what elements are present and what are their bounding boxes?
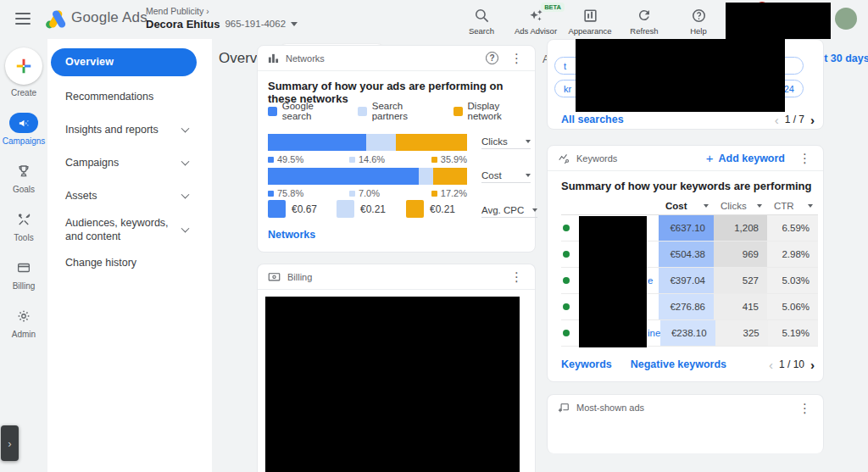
- help-icon[interactable]: ?: [486, 52, 498, 64]
- search-button[interactable]: Search: [459, 4, 504, 36]
- credit-card-icon: [9, 258, 38, 278]
- ctr-cell: 5.03%: [767, 268, 818, 293]
- chevron-down-icon: [181, 158, 190, 166]
- add-keyword-button[interactable]: +Add keyword: [706, 151, 785, 165]
- cost-stacked-bar: [268, 168, 467, 185]
- megaphone-icon: [9, 113, 38, 133]
- nav-item-campaigns[interactable]: Campaigns: [47, 149, 212, 176]
- clicks-value-labels: 49.5% 14.6% 35.9%: [268, 154, 467, 164]
- ctr-cell: 5.19%: [768, 320, 818, 346]
- help-button[interactable]: Help: [676, 4, 721, 36]
- rail-item-campaigns[interactable]: Campaigns: [0, 113, 47, 146]
- redaction-box: [726, 3, 831, 39]
- column-header-cost[interactable]: Cost: [659, 201, 714, 211]
- networks-card: Networks ? ⋮ Summary of how your ads are…: [257, 45, 536, 253]
- pagination: ‹ 1 / 7 ›: [775, 114, 815, 126]
- keywords-table: Cost Clicks CTR €637.10 1,208 6.59% €504…: [561, 197, 818, 347]
- most-shown-ads-card: Most-shown ads ⋮: [547, 394, 824, 453]
- card-title: Billing: [287, 272, 509, 282]
- nav-item-change-history[interactable]: Change history: [47, 249, 212, 276]
- banknote-icon: [268, 271, 281, 282]
- create-button[interactable]: Create: [0, 39, 47, 97]
- bar-segment-search-partners: [419, 168, 432, 185]
- rail-item-tools[interactable]: Tools: [0, 209, 47, 242]
- ads-advisor-button[interactable]: BETA Ads Advisor: [514, 4, 558, 36]
- account-id: 965-191-4062: [225, 18, 286, 30]
- page-prev-icon[interactable]: ‹: [769, 358, 773, 371]
- legend-swatch: [453, 107, 463, 116]
- clicks-cell: 1,208: [714, 215, 767, 241]
- nav-item-recommendations[interactable]: Recommendations: [47, 83, 212, 110]
- cost-cell: €276.86: [659, 294, 714, 319]
- account-switcher[interactable]: Mend Publicity› Decora Ehitus 965-191-40…: [146, 6, 298, 31]
- gear-icon: [9, 306, 38, 326]
- page-indicator: 1 / 7: [785, 114, 804, 125]
- chevron-down-icon: [532, 208, 537, 212]
- keywords-subtitle: Summary of how your keywords are perform…: [561, 180, 811, 192]
- ctr-cell: 6.59%: [767, 215, 818, 241]
- nav-item-insights-and-reports[interactable]: Insights and reports: [47, 116, 212, 143]
- more-options-icon[interactable]: ⋮: [509, 270, 525, 283]
- cost-cell: €504.38: [659, 242, 714, 267]
- nav-item-assets[interactable]: Assets: [47, 182, 212, 209]
- plus-icon: +: [706, 151, 714, 165]
- negative-keywords-link[interactable]: Negative keywords: [631, 358, 726, 370]
- search-icon: [474, 7, 490, 24]
- keywords-link[interactable]: Keywords: [561, 358, 612, 370]
- refresh-icon: [637, 7, 652, 24]
- rail-item-goals[interactable]: Goals: [0, 161, 47, 194]
- chevron-down-icon: [526, 174, 531, 177]
- column-header-ctr[interactable]: CTR: [767, 201, 818, 211]
- menu-icon[interactable]: [15, 13, 31, 25]
- status-dot: [563, 225, 570, 231]
- pagination: ‹ 1 / 10 ›: [769, 358, 815, 371]
- metric-selector-cost[interactable]: Cost: [481, 170, 531, 183]
- clicks-cell: 325: [715, 320, 768, 346]
- clicks-cell: 415: [714, 294, 767, 319]
- redaction-box: [576, 39, 785, 112]
- bar-segment-google-search: [268, 168, 419, 185]
- rail-item-admin[interactable]: Admin: [0, 306, 47, 339]
- column-header-clicks[interactable]: Clicks: [714, 201, 767, 211]
- card-title: Most-shown ads: [576, 403, 797, 413]
- billing-card: Billing ⋮: [257, 264, 536, 472]
- clicks-cell: 969: [714, 242, 767, 267]
- app-rail: Create Campaigns Goals Tools Billing Adm…: [0, 39, 47, 472]
- all-searches-link[interactable]: All searches: [561, 114, 624, 125]
- bar-segment-display-network: [433, 168, 467, 185]
- legend-item: Search partners: [358, 101, 440, 121]
- metric-selector-clicks[interactable]: Clicks: [481, 136, 531, 149]
- expand-panel-button[interactable]: ›: [1, 425, 19, 461]
- page-prev-icon[interactable]: ‹: [775, 114, 779, 126]
- bar-segment-search-partners: [366, 134, 395, 151]
- card-title: Keywords: [576, 153, 706, 164]
- product-name: Google Ads: [71, 9, 147, 26]
- legend-swatch: [268, 107, 277, 116]
- beta-badge: BETA: [541, 3, 565, 12]
- avatar[interactable]: [835, 8, 857, 30]
- clicks-cell: 527: [714, 268, 767, 293]
- page-next-icon[interactable]: ›: [810, 358, 815, 371]
- more-options-icon[interactable]: ⋮: [797, 402, 813, 414]
- card-title: Networks: [286, 53, 486, 64]
- status-dot: [563, 251, 570, 258]
- metric-selector-avg-cpc[interactable]: Avg. CPC: [481, 205, 537, 218]
- nav-item-overview[interactable]: Overview: [51, 48, 197, 76]
- ctr-cell: 2.98%: [767, 242, 818, 267]
- refresh-button[interactable]: Refresh: [622, 4, 666, 36]
- bar-segment-display-network: [396, 134, 467, 151]
- account-name: Decora Ehitus: [146, 18, 220, 31]
- legend-swatch: [358, 107, 367, 116]
- page-next-icon[interactable]: ›: [810, 114, 815, 126]
- redaction-box: [265, 297, 520, 472]
- networks-link[interactable]: Networks: [268, 229, 315, 241]
- networks-legend: Google search Search partners Display ne…: [268, 101, 535, 121]
- more-options-icon[interactable]: ⋮: [797, 152, 813, 164]
- appearance-button[interactable]: Appearance: [568, 4, 612, 36]
- rail-item-billing[interactable]: Billing: [0, 258, 47, 291]
- more-options-icon[interactable]: ⋮: [509, 52, 525, 64]
- bar-segment-google-search: [268, 134, 366, 151]
- nav-item-audiences-keywords-content[interactable]: Audiences, keywords, and content: [47, 214, 212, 246]
- avg-cpc-values: €0.67 €0.21 €0.21: [268, 200, 473, 218]
- legend-item: Display network: [453, 101, 535, 121]
